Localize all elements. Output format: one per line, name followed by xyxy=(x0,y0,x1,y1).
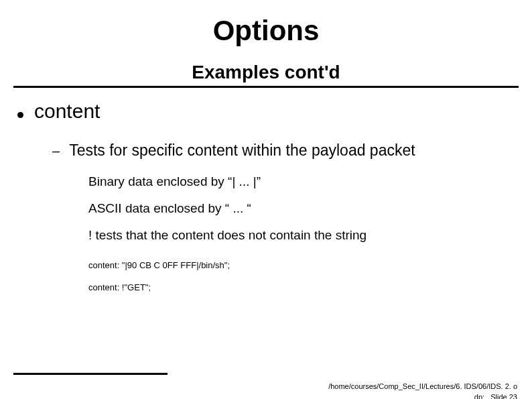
slide-footer: /home/courses/Comp_Sec_II/Lectures/6. ID… xyxy=(328,382,517,399)
dash-icon: – xyxy=(52,144,60,159)
bullet-level-2: – Tests for specific content within the … xyxy=(52,141,519,160)
slide-body: content – Tests for specific content wit… xyxy=(0,88,532,292)
detail-item: ASCII data enclosed by “ ... “ xyxy=(88,201,519,216)
examples-group: content: "|90 CB C 0FF FFF|/bin/sh"; con… xyxy=(88,260,519,292)
sub-bullet-text: Tests for specific content within the pa… xyxy=(69,141,415,160)
slide-subtitle: Examples cont'd xyxy=(0,62,532,86)
bullet-icon xyxy=(17,112,23,118)
bullet-level-1: content xyxy=(13,100,519,123)
footer-slide-info: dp: Slide 23 xyxy=(328,392,517,399)
slide-title: Options xyxy=(0,15,532,47)
footer-path: /home/courses/Comp_Sec_II/Lectures/6. ID… xyxy=(328,382,517,392)
detail-item: Binary data enclosed by “| ... |” xyxy=(88,174,519,189)
footer-divider xyxy=(13,373,168,375)
bullet-text: content xyxy=(34,100,100,123)
code-example: content: "|90 CB C 0FF FFF|/bin/sh"; xyxy=(88,260,519,270)
bullet-level-3-group: Binary data enclosed by “| ... |” ASCII … xyxy=(88,174,519,243)
detail-item: ! tests that the content does not contai… xyxy=(88,228,519,243)
footer-label: dp: xyxy=(474,393,484,399)
footer-slide-number: Slide 23 xyxy=(490,393,517,399)
code-example: content: !"GET"; xyxy=(88,282,519,292)
